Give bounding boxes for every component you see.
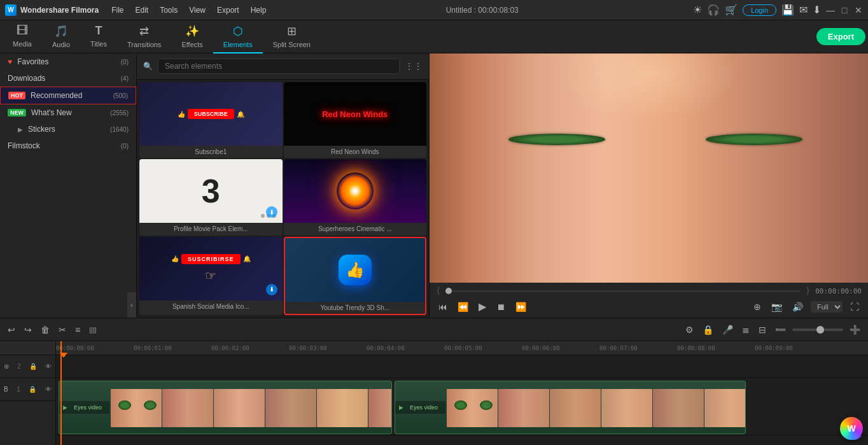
sidebar-stickers-count: (1640) <box>110 126 129 133</box>
downloads-label: Downloads <box>8 74 45 83</box>
toolbar: 🎞 Media 🎵 Audio T Titles ⇄ Transitions ✨… <box>0 20 868 53</box>
redo-button[interactable]: ↪ <box>22 323 34 336</box>
minimize-button[interactable]: — <box>826 6 835 15</box>
content-panel: 🔍 ⋮⋮ 👍 SUBSCRIBE 🔔 Subscribe1 <box>137 53 429 318</box>
preview-video <box>430 53 868 283</box>
track-label-1: B 1 🔒 👁 <box>0 378 55 401</box>
element-card-youtube[interactable]: 👍 ➤ Youtube Trendy 3D Sh... <box>284 237 427 315</box>
grid-view-icon[interactable]: ⋮⋮ <box>405 61 423 71</box>
step-forward-button[interactable]: ⏩ <box>513 300 529 313</box>
tab-splitscreen[interactable]: ⊞ Split Screen <box>263 20 321 53</box>
delete-button[interactable]: 🗑 <box>38 323 52 336</box>
tab-titles[interactable]: T Titles <box>80 20 117 53</box>
media-icon: 🎞 <box>17 24 28 38</box>
tab-transitions[interactable]: ⇄ Transitions <box>117 20 171 53</box>
lock-icon-2[interactable]: 🔒 <box>29 363 37 370</box>
sidebar-item-filmstock[interactable]: Filmstock (0) <box>0 138 136 154</box>
ruler-mark-1: 00:00:01:00 <box>134 345 211 351</box>
magnet-button[interactable]: 🔒 <box>700 323 716 336</box>
stop-button[interactable]: ⏹ <box>494 300 508 313</box>
mic-button[interactable]: 🎤 <box>720 323 736 336</box>
add-to-timeline-button[interactable]: ⊕ <box>751 300 764 313</box>
timecode-display: 00:00:00:00 <box>815 287 862 295</box>
eye-icon-2[interactable]: 👁 <box>45 363 52 370</box>
tab-effects[interactable]: ✨ Effects <box>171 20 213 53</box>
track-label-2: ⊕ 2 🔒 👁 <box>0 355 55 378</box>
clip2-label: Eyes video <box>406 403 442 412</box>
download-icon[interactable]: ⬇ <box>813 4 821 16</box>
heart-icon: ♥ <box>8 57 12 66</box>
sidebar-favorites-label: Favorites <box>17 57 48 66</box>
snapshot-button[interactable]: 📷 <box>769 300 785 313</box>
sun-icon[interactable]: ☀ <box>693 4 702 16</box>
menu-help[interactable]: Help <box>246 4 272 16</box>
snap-button[interactable]: ⚙ <box>683 323 696 336</box>
headphone-icon[interactable]: 🎧 <box>707 4 720 16</box>
element-card-superhero[interactable]: Superheroes Cinematic ... <box>284 159 427 235</box>
sidebar-item-recommended[interactable]: HOT Recommended (500) <box>0 87 136 104</box>
audio-waveform-button[interactable]: |||| <box>87 325 99 335</box>
menu-export[interactable]: Export <box>212 4 244 16</box>
search-input[interactable] <box>158 59 400 74</box>
menu-edit[interactable]: Edit <box>130 4 153 16</box>
element-card-profilemovie[interactable]: 3 ⬇ Profile Movie Pack Elem... <box>139 159 283 235</box>
tab-elements[interactable]: ⬡ Elements <box>213 20 263 53</box>
step-back-button[interactable]: ⏪ <box>455 300 471 313</box>
zoom-out-button[interactable]: ➖ <box>773 323 788 336</box>
progress-track[interactable] <box>445 290 801 292</box>
superhero-label: Superheroes Cinematic ... <box>284 223 427 235</box>
tab-elements-label: Elements <box>223 41 253 48</box>
fullscreen-button[interactable]: ⛶ <box>848 300 862 313</box>
tab-effects-label: Effects <box>181 41 202 48</box>
add-track-icon[interactable]: ⊕ <box>4 363 9 370</box>
clip1-label: Eyes video <box>70 403 106 412</box>
volume-button[interactable]: 🔊 <box>790 300 806 313</box>
zoom-in-button[interactable]: ➕ <box>847 323 863 336</box>
eye-icon-1[interactable]: 👁 <box>45 386 52 393</box>
app-name: Wondershare Filmora <box>20 6 99 15</box>
video-clip-1[interactable]: ▶ Eyes video <box>59 381 392 434</box>
menu-tools[interactable]: Tools <box>155 4 183 16</box>
login-button[interactable]: Login <box>743 4 776 16</box>
element-card-redneon[interactable]: Red Neon Winds Red Neon Winds <box>284 82 427 158</box>
cart-icon[interactable]: 🛒 <box>725 4 738 16</box>
sidebar-item-stickers[interactable]: ▶ Stickers (1640) <box>0 121 136 138</box>
play-button[interactable]: ▶ <box>476 299 489 314</box>
video-clip-2[interactable]: ▶ Eyes video <box>395 381 746 434</box>
elements-grid: 👍 SUBSCRIBE 🔔 Subscribe1 Red Neon Winds … <box>137 80 429 318</box>
cut-button[interactable]: ✂ <box>56 323 69 336</box>
search-icon: 🔍 <box>143 62 153 71</box>
sidebar-item-favorites[interactable]: ♥ Favorites (0) <box>0 53 136 70</box>
ruler-mark-8: 00:00:08:00 <box>677 345 755 351</box>
caption-button[interactable]: ≣ <box>739 323 752 336</box>
timeline-toolbar: ↩ ↪ 🗑 ✂ ≡ |||| ⚙ 🔒 🎤 ≣ ⊟ ➖ ➕ W <box>0 318 868 341</box>
undo-button[interactable]: ↩ <box>5 323 18 336</box>
transitions-icon: ⇄ <box>139 24 149 38</box>
tab-audio-label: Audio <box>52 41 70 48</box>
expand-icon: ▶ <box>18 126 23 133</box>
export-button[interactable]: Export <box>816 28 865 45</box>
collapse-panel-button[interactable]: ‹ <box>127 292 136 318</box>
quality-select[interactable]: Full <box>811 301 843 313</box>
menu-file[interactable]: File <box>106 4 129 16</box>
track-row-1: ▶ Eyes video <box>56 378 868 435</box>
element-card-subscribe1[interactable]: 👍 SUBSCRIBE 🔔 Subscribe1 <box>139 82 283 158</box>
sidebar-item-downloads[interactable]: Downloads (4) <box>0 70 136 87</box>
save-icon[interactable]: 💾 <box>781 4 794 16</box>
recommended-label: Recommended <box>31 91 82 100</box>
element-card-spanish[interactable]: 👍 SUSCRIBIRSE 🔔 ☞ ⬇ Spanish Social Media… <box>139 237 283 315</box>
subscribe1-thumbnail: 👍 SUBSCRIBE 🔔 <box>139 82 283 146</box>
sidebar-item-whatsnew[interactable]: NEW What's New (2556) <box>0 104 136 121</box>
maximize-button[interactable]: □ <box>840 6 849 15</box>
prev-frame-button[interactable]: ⏮ <box>436 300 450 313</box>
mail-icon[interactable]: ✉ <box>799 4 808 16</box>
zoom-slider-thumb[interactable] <box>816 326 824 334</box>
properties-button[interactable]: ≡ <box>73 323 83 336</box>
menu-view[interactable]: View <box>184 4 211 16</box>
tab-media[interactable]: 🎞 Media <box>3 20 42 53</box>
tab-audio[interactable]: 🎵 Audio <box>42 20 80 53</box>
split-button[interactable]: ⊟ <box>756 323 769 336</box>
track-labels: ⊕ 2 🔒 👁 B 1 🔒 👁 <box>0 341 56 445</box>
lock-icon-1[interactable]: 🔒 <box>29 386 36 393</box>
close-button[interactable]: ✕ <box>854 6 863 15</box>
